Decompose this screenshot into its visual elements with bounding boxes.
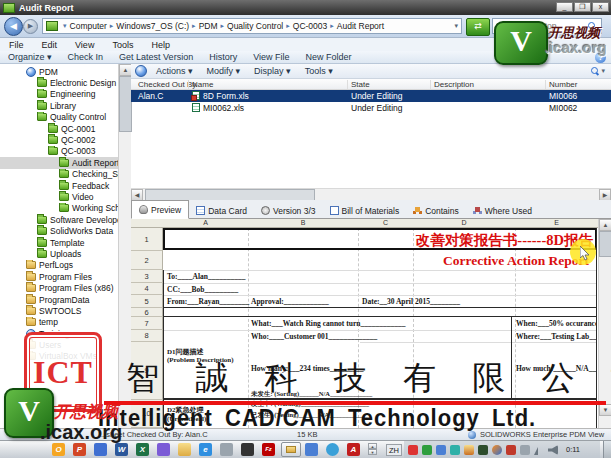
excel-icon[interactable]: X <box>136 443 149 456</box>
breadcrumb-segment[interactable]: Quality Control <box>227 21 283 31</box>
tab-where-used[interactable]: Where Used <box>466 203 539 218</box>
tree-item-library[interactable]: Library <box>0 100 130 111</box>
breadcrumb-segment[interactable]: PDM <box>199 21 218 31</box>
powerpoint-icon[interactable]: P <box>73 443 86 456</box>
menu-tools[interactable]: Tools <box>103 40 142 50</box>
tree-item-swtools[interactable]: SWTOOLS <box>0 305 130 316</box>
tree-item-temp[interactable]: temp <box>0 317 130 328</box>
file-list-hscrollbar[interactable]: ◀ ▶ <box>131 188 611 200</box>
list-search-button[interactable]: ▾ <box>589 67 605 75</box>
get-latest-version-button[interactable]: Get Latest Version <box>111 52 201 62</box>
tree-item-program-files-x86[interactable]: Program Files (x86) <box>0 282 130 293</box>
tab-bill-of-materials[interactable]: Bill of Materials <box>323 203 407 218</box>
pointer-app-icon[interactable] <box>241 443 254 456</box>
tools-menu[interactable]: Tools ▾ <box>298 66 340 76</box>
tree-item-quality-control[interactable]: Quality Control <box>0 112 130 123</box>
show-desktop-button[interactable] <box>603 441 611 458</box>
breadcrumb-segment[interactable]: Computer <box>70 21 107 31</box>
forward-button[interactable]: ▶ <box>23 19 38 34</box>
scroll-down-icon[interactable]: ▼ <box>599 404 611 416</box>
outlook-icon[interactable]: O <box>52 443 65 456</box>
folder-app-icon[interactable] <box>178 443 191 456</box>
tree-item-qc-0003[interactable]: QC-0003 <box>0 146 130 157</box>
new-folder-button[interactable]: New Folder <box>298 52 360 62</box>
network-icon[interactable] <box>534 447 538 455</box>
actions-menu[interactable]: Actions ▾ <box>149 66 200 76</box>
tray-icon-4[interactable] <box>506 445 516 455</box>
tray-sync-icon[interactable] <box>450 445 460 455</box>
breadcrumb[interactable]: ▾ Computer▸ Windows7_OS (C:)▸ PDM▸ Quali… <box>42 18 462 34</box>
menu-file[interactable]: File <box>0 40 33 50</box>
tree-item-software-developement[interactable]: Software Developement <box>0 214 130 225</box>
menu-edit[interactable]: Edit <box>33 40 67 50</box>
adobe-reader-icon[interactable]: A <box>347 443 360 456</box>
tree-item-checking-spreadsheet[interactable]: Checking_Spreadsheet <box>0 169 130 180</box>
tree-item-pdm[interactable]: PDM <box>0 66 130 77</box>
tray-folder-icon[interactable] <box>464 445 474 455</box>
help-icon[interactable]: ? <box>595 52 606 63</box>
close-button[interactable]: x <box>592 2 609 12</box>
taskbar-clock[interactable]: 0:11 <box>566 445 580 454</box>
tray-firefox-icon[interactable] <box>492 445 502 455</box>
organize-button[interactable]: Organize ▾ <box>0 52 60 62</box>
tree-item-virtualbox-vms[interactable]: VirtualBox VMs <box>0 351 130 362</box>
file-row-mi0062[interactable]: MI0062.xls Under Editing MI0062 <box>131 102 611 114</box>
preview-scrollbar[interactable]: ▲ ▼ <box>598 219 611 428</box>
tree-item-qc-0001[interactable]: QC-0001 <box>0 123 130 134</box>
tree-item-program-files[interactable]: Program Files <box>0 271 130 282</box>
tree-item-training[interactable]: Training <box>0 328 130 339</box>
scroll-up-icon[interactable]: ▲ <box>599 219 611 231</box>
tray-icon-3[interactable] <box>478 445 488 455</box>
search-box[interactable] <box>492 18 602 34</box>
tab-data-card[interactable]: Data Card <box>189 203 254 218</box>
tree-item-programdata[interactable]: ProgramData <box>0 294 130 305</box>
title-bar[interactable]: Audit Report _ ❐ x <box>0 0 611 15</box>
view-file-button[interactable]: View File <box>245 52 297 62</box>
tree-item-uploads[interactable]: Uploads <box>0 248 130 259</box>
filezilla-icon[interactable]: Fz <box>262 443 275 456</box>
refresh-go-button[interactable]: ⇄ <box>466 18 490 36</box>
check-in-button[interactable]: Check In <box>60 52 112 62</box>
scrollbar-thumb[interactable] <box>599 231 611 257</box>
globe-app-icon[interactable] <box>326 443 339 456</box>
media-app-icon[interactable] <box>157 443 170 456</box>
word-icon[interactable]: W <box>115 443 128 456</box>
breadcrumb-segment[interactable]: Audit Report <box>337 21 384 31</box>
tray-icon-2[interactable] <box>436 445 446 455</box>
column-name[interactable]: Name <box>192 80 213 89</box>
address-dropdown-icon[interactable]: ▾ <box>454 22 461 30</box>
minimize-button[interactable]: _ <box>556 2 573 12</box>
tray-icon-1[interactable] <box>408 445 418 455</box>
tree-item-working-schedule[interactable]: Working Schedule <box>0 203 130 214</box>
document-app-icon[interactable] <box>94 443 107 456</box>
column-number[interactable]: Number <box>549 80 577 89</box>
tree-item-users[interactable]: Users <box>0 339 130 350</box>
file-row-8d-form[interactable]: Alan.C 8D Form.xls Under Editing MI0066 <box>131 90 611 102</box>
tree-item-perflogs[interactable]: PerfLogs <box>0 260 130 271</box>
tab-preview[interactable]: Preview <box>131 200 189 219</box>
tree-item-feedback[interactable]: Feedback <box>0 180 130 191</box>
column-state[interactable]: State <box>351 80 370 89</box>
tab-version[interactable]: Version 3/3 <box>254 203 323 218</box>
back-button[interactable]: ◀ <box>4 17 23 36</box>
display-menu[interactable]: Display ▾ <box>247 66 298 76</box>
tree-item-qc-0002[interactable]: QC-0002 <box>0 134 130 145</box>
modify-menu[interactable]: Modify ▾ <box>200 66 248 76</box>
tree-item-engineering[interactable]: Engineering <box>0 89 130 100</box>
internet-explorer-icon[interactable]: e <box>199 443 212 456</box>
taskbar-stepper[interactable]: ▲▼ <box>368 443 377 456</box>
tab-contains[interactable]: Contains <box>406 203 466 218</box>
menu-view[interactable]: View <box>66 40 103 50</box>
tray-antivirus-icon[interactable] <box>422 445 432 455</box>
camera-app-icon[interactable] <box>305 443 318 456</box>
tree-item-video[interactable]: Video <box>0 191 130 202</box>
tree-item-solidworks-data[interactable]: SolidWorks Data <box>0 225 130 236</box>
tray-clip-icon[interactable] <box>520 445 530 455</box>
tree-item-audit-report[interactable]: Audit Report <box>0 157 130 168</box>
breadcrumb-segment[interactable]: QC-0003 <box>293 21 328 31</box>
history-button[interactable]: History <box>201 52 245 62</box>
tree-item-template[interactable]: Template <box>0 237 130 248</box>
search-input[interactable] <box>493 20 586 32</box>
tree-item-electronic-design[interactable]: Electronic Design <box>0 77 130 88</box>
column-description[interactable]: Description <box>434 80 474 89</box>
